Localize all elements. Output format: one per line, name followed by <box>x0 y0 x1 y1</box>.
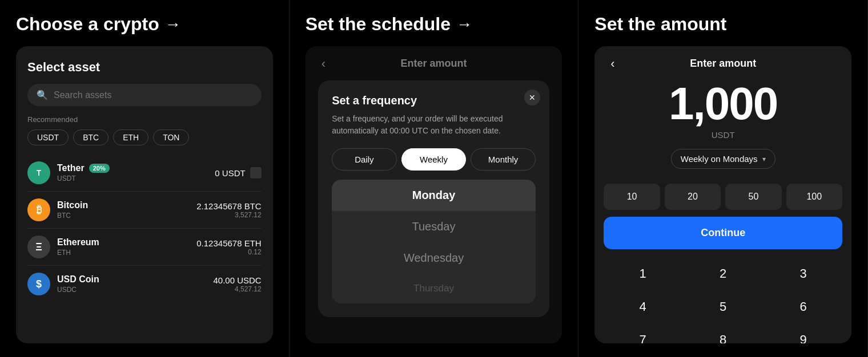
tether-checkbox[interactable] <box>250 167 262 178</box>
asset-balance: 0.12345678 ETH0.12 <box>196 238 261 256</box>
frequency-modal: ✕ Set a frequency Set a frequency, and y… <box>318 80 549 317</box>
asset-info: BitcoinBTC <box>57 200 196 220</box>
col1-panel-header: Select asset <box>16 46 273 84</box>
asset-ticker: BTC <box>57 212 196 220</box>
frequency-tab[interactable]: Weekly <box>401 148 467 171</box>
asset-balance: 2.12345678 BTC3,527.12 <box>196 201 261 219</box>
col1-heading: Choose a crypto → <box>16 14 273 35</box>
asset-value: 4,527.12 <box>213 285 261 293</box>
search-bar[interactable]: 🔍 <box>27 84 262 106</box>
asset-amount: 0.12345678 ETH <box>196 238 261 248</box>
frequency-tab[interactable]: Daily <box>332 148 397 171</box>
asset-name: USD Coin <box>57 274 213 285</box>
recommended-tags: USDTBTCETHTON <box>16 129 273 155</box>
recommended-tag[interactable]: BTC <box>73 129 108 145</box>
chevron-down-icon: ▾ <box>762 155 766 163</box>
asset-icon: T <box>27 161 50 184</box>
numpad-key[interactable]: 7 <box>604 324 682 343</box>
asset-icon: $ <box>27 273 50 295</box>
asset-list-item[interactable]: ΞEthereumETH0.12345678 ETH0.12 <box>27 229 262 266</box>
col1-panel: Select asset 🔍 Recommended USDTBTCETHTON… <box>16 46 273 343</box>
modal-title: Set a frequency <box>332 94 536 107</box>
quick-amount-button[interactable]: 100 <box>786 184 842 210</box>
col3-back-button[interactable]: ‹ <box>606 54 619 74</box>
numpad-key[interactable]: 5 <box>684 291 762 322</box>
asset-icon: Ξ <box>27 236 50 258</box>
continue-button[interactable]: Continue <box>604 217 842 249</box>
amount-currency: USDT <box>712 130 735 140</box>
frequency-tab[interactable]: Monthly <box>471 148 536 171</box>
col3-panel-title: Enter amount <box>690 58 756 70</box>
numpad-key[interactable]: 3 <box>764 258 842 289</box>
asset-value: 0.12 <box>196 248 261 256</box>
asset-info: USD CoinUSDC <box>57 274 213 294</box>
col3-panel: ‹ Enter amount 1,000 USDT Weekly on Mond… <box>594 46 851 343</box>
schedule-selector-label: Weekly on Mondays <box>681 154 758 164</box>
col3-set-amount: Set the amount ‹ Enter amount 1,000 USDT… <box>578 0 868 357</box>
asset-list-item[interactable]: $USD CoinUSDC40.00 USDC4,527.12 <box>27 266 262 302</box>
quick-amount-button[interactable]: 10 <box>604 184 660 210</box>
recommended-tag[interactable]: ETH <box>113 129 148 145</box>
numpad: 123456789.0⌫ <box>594 258 851 343</box>
asset-list-item[interactable]: ₿BitcoinBTC2.12345678 BTC3,527.12 <box>27 192 262 229</box>
asset-icon: ₿ <box>27 198 50 221</box>
col3-heading: Set the amount <box>594 14 851 35</box>
numpad-key[interactable]: 9 <box>764 324 842 343</box>
asset-amount: 2.12345678 BTC <box>196 201 261 211</box>
numpad-key[interactable]: 4 <box>604 291 682 322</box>
asset-list-item[interactable]: TTether20%USDT0 USDT <box>27 155 262 192</box>
numpad-key[interactable]: 2 <box>684 258 762 289</box>
day-item[interactable]: Wednesday <box>332 242 536 274</box>
frequency-modal-overlay: ✕ Set a frequency Set a frequency, and y… <box>306 46 562 343</box>
col1-arrow: → <box>165 15 181 34</box>
asset-ticker: ETH <box>57 249 196 257</box>
modal-close-button[interactable]: ✕ <box>524 90 540 106</box>
col2-heading-text: Set the schedule <box>306 14 451 35</box>
asset-balance: 40.00 USDC4,527.12 <box>213 275 261 293</box>
asset-ticker: USDT <box>57 175 215 182</box>
asset-name: Ethereum <box>57 237 196 248</box>
modal-description: Set a frequency, and your order will be … <box>332 113 536 137</box>
day-scroll[interactable]: MondayTuesdayWednesdayThursday <box>332 180 536 303</box>
numpad-key[interactable]: 8 <box>684 324 762 343</box>
asset-name: Tether20% <box>57 163 215 173</box>
asset-name: Bitcoin <box>57 200 196 210</box>
asset-info: EthereumETH <box>57 237 196 257</box>
recommended-tag[interactable]: TON <box>153 129 189 145</box>
asset-badge: 20% <box>89 164 110 173</box>
col1-heading-text: Choose a crypto <box>16 14 159 35</box>
col2-panel: ‹ Enter amount ✕ Set a frequency Set a f… <box>306 46 562 343</box>
asset-amount: 0 USDT <box>215 168 245 178</box>
day-item[interactable]: Tuesday <box>332 211 536 242</box>
col2-set-schedule: Set the schedule → ‹ Enter amount ✕ Set … <box>290 0 579 357</box>
asset-value: 3,527.12 <box>196 211 261 219</box>
search-icon: 🔍 <box>37 90 48 100</box>
asset-list: TTether20%USDT0 USDT₿BitcoinBTC2.1234567… <box>16 155 273 343</box>
asset-ticker: USDC <box>57 286 213 294</box>
col3-panel-nav: ‹ Enter amount <box>594 46 851 70</box>
col2-arrow: → <box>456 15 472 34</box>
numpad-key[interactable]: 6 <box>764 291 842 322</box>
asset-balance: 0 USDT <box>215 168 245 178</box>
quick-amounts: 102050100 <box>594 175 851 217</box>
numpad-key[interactable]: 1 <box>604 258 682 289</box>
quick-amount-button[interactable]: 50 <box>725 184 781 210</box>
asset-info: Tether20%USDT <box>57 163 215 182</box>
day-item[interactable]: Thursday <box>332 274 536 303</box>
recommended-tag[interactable]: USDT <box>27 129 69 145</box>
frequency-tabs: DailyWeeklyMonthly <box>332 148 536 171</box>
col1-choose-crypto: Choose a crypto → Select asset 🔍 Recomme… <box>0 0 290 357</box>
amount-section: 1,000 USDT Weekly on Mondays ▾ <box>594 70 851 175</box>
asset-amount: 40.00 USDC <box>213 275 261 285</box>
col2-heading: Set the schedule → <box>306 14 562 35</box>
recommended-label: Recommended <box>16 115 273 129</box>
schedule-selector[interactable]: Weekly on Mondays ▾ <box>671 149 775 169</box>
col3-heading-text: Set the amount <box>594 14 726 35</box>
quick-amount-button[interactable]: 20 <box>665 184 721 210</box>
search-input[interactable] <box>54 90 252 100</box>
amount-display: 1,000 <box>669 81 777 127</box>
day-item[interactable]: Monday <box>332 180 536 211</box>
